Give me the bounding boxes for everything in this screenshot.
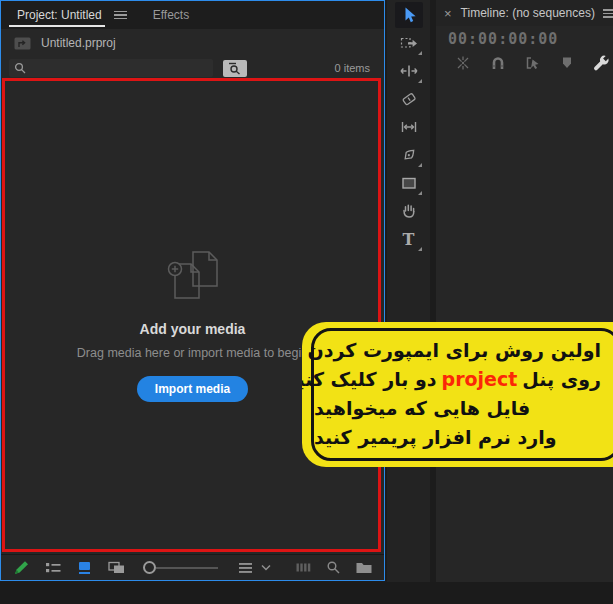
- search-input[interactable]: [9, 59, 213, 77]
- list-view-icon[interactable]: [44, 559, 62, 576]
- zoom-slider[interactable]: [143, 561, 218, 574]
- snap-icon[interactable]: [489, 54, 507, 72]
- zoom-slider-track[interactable]: [156, 567, 218, 569]
- ripple-edit-tool[interactable]: [395, 58, 423, 84]
- timeline-settings-icon[interactable]: [592, 54, 611, 73]
- new-bin-icon[interactable]: [355, 560, 373, 575]
- writable-pencil-icon: [13, 559, 30, 576]
- timecode-display[interactable]: 00:00:00:00: [448, 30, 558, 48]
- linked-selection-icon[interactable]: [524, 54, 542, 72]
- timeline-panel: × Timeline: (no sequences) 00:00:00:00: [436, 0, 613, 582]
- callout-line-2: روی پنلprojectدو بار کلیک کنید: [314, 365, 601, 394]
- pen-tool[interactable]: [395, 142, 423, 168]
- freeform-view-icon[interactable]: [107, 559, 127, 576]
- callout-line-3: فایل هایی که میخواهید: [314, 394, 601, 423]
- active-tab-underline: [9, 25, 105, 27]
- callout-line-1: اولین روش برای ایمپورت کردن: [314, 336, 601, 365]
- tab-project[interactable]: Project: Untitled: [13, 8, 106, 22]
- search-bin-icon[interactable]: [223, 60, 247, 77]
- add-marker-icon[interactable]: [559, 55, 575, 71]
- project-panel-bottom-bar: [1, 554, 384, 580]
- add-media-icon: [162, 249, 224, 305]
- razor-tool[interactable]: [395, 86, 423, 112]
- tutorial-callout: اولین روش برای ایمپورت کردن روی پنلproje…: [302, 322, 613, 467]
- timeline-toolbar: [454, 52, 613, 74]
- timeline-header: × Timeline: (no sequences): [436, 0, 613, 26]
- import-media-button[interactable]: Import media: [137, 376, 248, 402]
- callout-text: اولین روش برای ایمپورت کردن روی پنلproje…: [302, 322, 613, 452]
- automate-to-sequence-icon[interactable]: [295, 560, 312, 575]
- find-icon[interactable]: [326, 560, 341, 575]
- callout-line-4: وارد نرم افزار پریمیر کنید: [314, 423, 601, 452]
- chevron-down-icon[interactable]: [261, 564, 271, 571]
- callout-highlight-project: project: [442, 368, 518, 390]
- rectangle-tool[interactable]: [395, 170, 423, 196]
- project-panel: Project: Untitled Effects Untitled.prpro…: [0, 0, 385, 581]
- workspace-bottom-strip: [0, 582, 613, 604]
- selection-tool[interactable]: [395, 2, 423, 28]
- project-filename[interactable]: Untitled.prproj: [41, 36, 116, 50]
- sort-icon[interactable]: [238, 560, 253, 575]
- project-panel-tabbar: Project: Untitled Effects: [1, 1, 384, 29]
- navigate-up-icon[interactable]: [14, 36, 31, 50]
- panel-menu-icon[interactable]: [114, 11, 127, 20]
- items-count-label: 0 items: [335, 62, 370, 74]
- tools-panel: T: [387, 0, 430, 582]
- type-tool[interactable]: T: [395, 226, 423, 252]
- search-row: 0 items: [1, 57, 384, 79]
- panel-menu-icon[interactable]: [603, 9, 613, 18]
- breadcrumb: Untitled.prproj: [1, 29, 384, 57]
- project-bin-area[interactable]: Add your media Drag media here or import…: [1, 79, 384, 555]
- premiere-pro-window: { "colors": { "panel_focus_blue": "#2d8c…: [0, 0, 613, 604]
- icon-view-icon[interactable]: [76, 559, 93, 576]
- zoom-slider-knob[interactable]: [143, 561, 156, 574]
- nest-sequences-icon[interactable]: [454, 54, 472, 72]
- close-icon[interactable]: ×: [444, 6, 452, 21]
- slip-tool[interactable]: [395, 114, 423, 140]
- timeline-title: Timeline: (no sequences): [461, 6, 595, 20]
- track-select-forward-tool[interactable]: [395, 30, 423, 56]
- tab-effects[interactable]: Effects: [149, 8, 193, 22]
- hand-tool[interactable]: [395, 198, 423, 224]
